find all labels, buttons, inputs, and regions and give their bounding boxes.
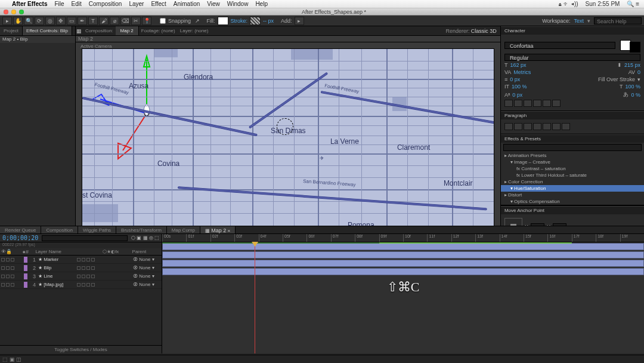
- timeline-search[interactable]: [42, 235, 128, 241]
- wifi-icon[interactable]: ⏏ ᯤ ◀)): [559, 1, 578, 7]
- tsume[interactable]: 0 %: [631, 92, 640, 98]
- zoom-button[interactable]: [19, 10, 24, 14]
- eraser-tool[interactable]: ⌫: [120, 17, 130, 25]
- justify-right[interactable]: [552, 123, 561, 130]
- layer-row[interactable]: 1 ★ Marker ⦿ None ▾: [0, 256, 162, 264]
- tl-tab-active[interactable]: ▦ Map 2 ×: [200, 226, 236, 233]
- col-parent[interactable]: Parent: [132, 249, 162, 254]
- tl-tab-1[interactable]: Composition: [41, 226, 78, 233]
- toggle-switches-button[interactable]: Toggle Switches / Modes: [0, 345, 162, 353]
- text-stroke-swatch[interactable]: [630, 42, 640, 53]
- fx-item[interactable]: ▸ Animation Presets: [501, 152, 644, 159]
- menu-animation[interactable]: Animation: [174, 1, 200, 7]
- menu-window[interactable]: Window: [227, 1, 249, 7]
- zoom-tool[interactable]: 🔍: [24, 17, 33, 25]
- align-left[interactable]: [504, 123, 513, 130]
- menubar-clock[interactable]: Sun 2:55 PM: [586, 1, 620, 7]
- type-tool[interactable]: T: [88, 17, 98, 25]
- menu-layer[interactable]: Layer: [129, 1, 144, 7]
- minimize-button[interactable]: [11, 10, 16, 14]
- renderer-value[interactable]: Classic 3D: [471, 28, 497, 34]
- puppet-tool[interactable]: 📍: [142, 17, 151, 25]
- kerning[interactable]: Metrics: [513, 69, 531, 75]
- font-style-dropdown[interactable]: Regular: [504, 54, 640, 61]
- spotlight-icon[interactable]: 🔍 ≡: [627, 1, 639, 7]
- effects-presets-head[interactable]: Effects & Presets: [501, 134, 644, 143]
- snapping-checkbox[interactable]: [160, 18, 166, 24]
- tl-tab-2[interactable]: Wiggle Paths: [78, 226, 116, 233]
- fill-over-stroke[interactable]: Fill Over Stroke: [598, 76, 635, 82]
- layer-row[interactable]: 3 ★ Line ⦿ None ▾: [0, 272, 162, 281]
- stroke-swatch[interactable]: [250, 17, 261, 25]
- rotate-tool[interactable]: ⟳: [35, 17, 44, 25]
- timeline-ruler[interactable]: 00s01f02f03f04f05f06f07f08f09f10f11f12f1…: [162, 234, 644, 242]
- leading[interactable]: 215 px: [624, 62, 640, 68]
- roto-tool[interactable]: ✂: [131, 17, 141, 25]
- selection-tool[interactable]: ▸: [2, 17, 12, 25]
- justify-left[interactable]: [533, 123, 541, 130]
- pan-behind-tool[interactable]: ✥: [56, 17, 66, 25]
- clone-tool[interactable]: ⌀: [110, 17, 119, 25]
- effect-controls-tab[interactable]: Effect Controls: Blip: [23, 26, 72, 35]
- fx-item[interactable]: ▸ Color Correction: [501, 179, 644, 185]
- timeline-header-icons[interactable]: ⬡ ▣ ▦ ◎ ⬚: [131, 235, 159, 241]
- project-tab[interactable]: Project: [0, 26, 23, 35]
- menu-effect[interactable]: Effect: [151, 1, 166, 7]
- fx-item[interactable]: ▾ Hue/Saturation: [501, 185, 644, 192]
- menu-file[interactable]: File: [54, 1, 64, 7]
- superscript[interactable]: [543, 100, 551, 107]
- tl-tab-4[interactable]: Map Comp: [167, 226, 200, 233]
- justify-center[interactable]: [543, 123, 551, 130]
- tl-tab-renderqueue[interactable]: Render Queue: [0, 226, 41, 233]
- fill-swatch[interactable]: [218, 17, 228, 25]
- shape-tool[interactable]: ▭: [67, 17, 76, 25]
- fx-item[interactable]: fx Lower Third Holdout – saturate: [501, 172, 644, 179]
- menu-composition[interactable]: Composition: [89, 1, 122, 7]
- character-head[interactable]: Character: [501, 26, 644, 35]
- col-switches[interactable]: ⬡★◐fx: [103, 249, 132, 254]
- font-size[interactable]: 162 px: [510, 62, 526, 68]
- menu-help[interactable]: Help: [255, 1, 268, 7]
- col-source[interactable]: Layer Name: [32, 249, 103, 254]
- layer-row[interactable]: 2 ★ Blip ⦿ None ▾: [0, 264, 162, 272]
- fx-item[interactable]: fx Contrast – saturation: [501, 165, 644, 172]
- align-center[interactable]: [514, 123, 522, 130]
- status-icons[interactable]: ⬚ ▣ ◫: [2, 356, 21, 362]
- pen-tool[interactable]: ✒: [78, 17, 87, 25]
- stroke-width[interactable]: -- px: [263, 18, 274, 24]
- hand-tool[interactable]: ✋: [13, 17, 23, 25]
- layer-row[interactable]: 4 ★ [Map.jpg] ⦿ None ▾: [0, 281, 162, 289]
- subscript[interactable]: [552, 100, 561, 107]
- close-button[interactable]: [4, 10, 8, 14]
- brush-tool[interactable]: 🖌: [99, 17, 109, 25]
- axis-gizmo[interactable]: [82, 49, 202, 168]
- search-help-input[interactable]: Search Help: [594, 17, 642, 24]
- menu-app[interactable]: After Effects: [12, 1, 47, 7]
- menu-edit[interactable]: Edit: [72, 1, 82, 7]
- tracking[interactable]: 0: [637, 69, 640, 75]
- font-family-dropdown[interactable]: Confortaa: [504, 42, 615, 49]
- stroke-width-text[interactable]: 0 px: [510, 76, 520, 82]
- tl-tab-3[interactable]: Brushes/Transform: [116, 226, 167, 233]
- comp-tab-active[interactable]: Map 2: [116, 26, 139, 35]
- all-caps[interactable]: [524, 100, 532, 107]
- faux-italic[interactable]: [514, 100, 522, 107]
- vscale[interactable]: 100 %: [512, 84, 527, 90]
- anchor-point-icon[interactable]: [277, 118, 293, 135]
- baseline[interactable]: 0 px: [512, 92, 522, 98]
- timeline-timecode[interactable]: 0;00;00;20: [2, 235, 38, 241]
- timeline-tracks[interactable]: 00s01f02f03f04f05f06f07f08f09f10f11f12f1…: [162, 234, 644, 353]
- stroke-label[interactable]: Stroke:: [231, 18, 248, 24]
- move-anchor-head[interactable]: Move Anchor Point: [501, 206, 644, 214]
- add-menu[interactable]: ▸: [295, 17, 304, 25]
- fx-item[interactable]: ▸ Distort: [501, 192, 644, 198]
- workspace-dropdown[interactable]: Text: [574, 18, 584, 24]
- playhead[interactable]: [255, 242, 255, 353]
- fx-item[interactable]: ▾ Image – Creative: [501, 159, 644, 165]
- fx-item[interactable]: ▾ Optics Compensation: [501, 198, 644, 205]
- justify-all[interactable]: [562, 123, 570, 130]
- menu-view[interactable]: View: [207, 1, 220, 7]
- hscale[interactable]: 100 %: [625, 84, 640, 90]
- paragraph-head[interactable]: Paragraph: [501, 111, 644, 119]
- effects-search-input[interactable]: [503, 144, 642, 151]
